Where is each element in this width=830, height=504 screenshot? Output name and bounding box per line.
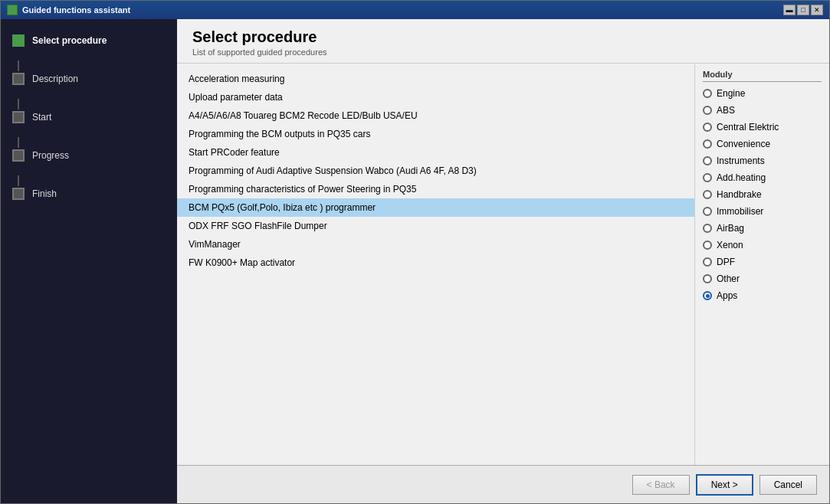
- radio-dpf: [703, 257, 712, 267]
- procedure-item[interactable]: A4/A5/A6/A8 Touareg BCM2 Recode LED/Bulb…: [177, 106, 694, 125]
- title-bar-left: Guided functions assistant: [7, 5, 130, 15]
- minimize-button[interactable]: ▬: [783, 5, 796, 15]
- step-indicator-finish: [12, 188, 25, 200]
- module-label-xenon: Xenon: [717, 240, 743, 250]
- radio-apps: [703, 291, 712, 300]
- module-label-convenience: Convenience: [717, 139, 770, 149]
- step-label-select-procedure: Select procedure: [32, 35, 107, 46]
- module-item-airbag[interactable]: AirBag: [703, 223, 822, 234]
- module-item-instruments[interactable]: Instruments: [703, 155, 822, 166]
- step-indicator-progress: [12, 149, 25, 162]
- sidebar: Select procedure Description Start Progr…: [1, 19, 177, 503]
- panel-body: Acceleration measuringUpload parameter d…: [177, 64, 829, 465]
- radio-other: [703, 274, 712, 283]
- radio-airbag: [703, 224, 712, 233]
- module-item-immobiliser[interactable]: Immobiliser: [703, 206, 822, 217]
- module-label-immobiliser: Immobiliser: [717, 206, 763, 217]
- procedure-item[interactable]: Programming of Audi Adaptive Suspension …: [177, 162, 694, 180]
- module-label-dpf: DPF: [717, 257, 735, 267]
- step-label-start: Start: [32, 112, 51, 123]
- module-label-handbrake: Handbrake: [717, 189, 762, 200]
- module-label-instruments: Instruments: [717, 155, 765, 166]
- radio-xenon: [703, 241, 712, 250]
- panel-header: Select procedure List of supported guide…: [177, 19, 829, 64]
- step-indicator-start: [12, 111, 25, 123]
- module-item-abs[interactable]: ABS: [703, 105, 822, 116]
- radio-abs: [703, 106, 712, 115]
- sidebar-item-finish[interactable]: Finish: [12, 188, 166, 200]
- procedure-list: Acceleration measuringUpload parameter d…: [177, 64, 695, 465]
- module-label-apps: Apps: [717, 290, 737, 301]
- radio-central-elektric: [703, 123, 712, 132]
- radio-add-heating: [703, 173, 712, 182]
- radio-immobiliser: [703, 207, 712, 216]
- procedure-item[interactable]: ODX FRF SGO FlashFile Dumper: [177, 217, 694, 235]
- radio-handbrake: [703, 190, 712, 199]
- module-label-abs: ABS: [717, 105, 735, 116]
- procedure-item[interactable]: Acceleration measuring: [177, 70, 694, 88]
- module-label-engine: Engine: [717, 88, 745, 99]
- procedure-item[interactable]: Programming characteristics of Power Ste…: [177, 180, 694, 198]
- modules-list: EngineABSCentral ElektricConvenienceInst…: [703, 88, 822, 301]
- modules-title: Moduly: [703, 70, 822, 82]
- main-window: Guided functions assistant ▬ □ ✕ Select …: [0, 0, 830, 504]
- module-item-engine[interactable]: Engine: [703, 88, 822, 99]
- window-title: Guided functions assistant: [22, 5, 130, 15]
- title-buttons: ▬ □ ✕: [783, 5, 823, 15]
- panel-title: Select procedure: [192, 28, 814, 46]
- maximize-button[interactable]: □: [797, 5, 809, 15]
- module-item-other[interactable]: Other: [703, 273, 822, 284]
- right-panel: Select procedure List of supported guide…: [177, 19, 829, 503]
- module-item-apps[interactable]: Apps: [703, 290, 822, 301]
- procedure-item[interactable]: Programming the BCM outputs in PQ35 cars: [177, 125, 694, 143]
- next-button[interactable]: Next >: [696, 474, 753, 496]
- step-indicator-select-procedure: [12, 34, 25, 47]
- step-indicator-description: [12, 73, 25, 85]
- step-connector-1: [18, 61, 19, 71]
- module-item-xenon[interactable]: Xenon: [703, 240, 822, 250]
- sidebar-item-select-procedure[interactable]: Select procedure: [12, 34, 166, 47]
- step-label-finish: Finish: [32, 188, 57, 199]
- sidebar-item-start[interactable]: Start: [12, 111, 166, 123]
- module-item-handbrake[interactable]: Handbrake: [703, 189, 822, 200]
- title-bar: Guided functions assistant ▬ □ ✕: [1, 1, 829, 19]
- main-content: Select procedure Description Start Progr…: [1, 19, 829, 503]
- step-connector-3: [18, 137, 19, 148]
- module-item-convenience[interactable]: Convenience: [703, 139, 822, 149]
- radio-engine: [703, 89, 712, 98]
- module-label-other: Other: [717, 273, 740, 284]
- step-connector-4: [18, 175, 19, 186]
- step-label-description: Description: [32, 74, 78, 84]
- sidebar-item-description[interactable]: Description: [12, 73, 166, 85]
- module-label-add-heating: Add.heating: [717, 172, 766, 183]
- module-label-airbag: AirBag: [717, 223, 744, 234]
- module-item-central-elektric[interactable]: Central Elektric: [703, 122, 822, 133]
- procedure-item[interactable]: Start PRCoder feature: [177, 143, 694, 162]
- step-connector-2: [18, 99, 19, 110]
- close-button[interactable]: ✕: [811, 5, 823, 15]
- module-label-central-elektric: Central Elektric: [717, 122, 779, 133]
- radio-convenience: [703, 139, 712, 149]
- module-item-dpf[interactable]: DPF: [703, 257, 822, 267]
- panel-subtitle: List of supported guided procedures: [192, 47, 814, 57]
- back-button[interactable]: < Back: [632, 475, 690, 495]
- step-label-progress: Progress: [32, 150, 69, 161]
- procedure-item[interactable]: BCM PQx5 (Golf,Polo, Ibiza etc ) program…: [177, 198, 694, 217]
- radio-instruments: [703, 156, 712, 165]
- procedure-item[interactable]: VimManager: [177, 235, 694, 254]
- app-icon: [7, 5, 18, 15]
- sidebar-item-progress[interactable]: Progress: [12, 149, 166, 162]
- procedure-item[interactable]: Upload parameter data: [177, 88, 694, 106]
- cancel-button[interactable]: Cancel: [759, 475, 817, 495]
- bottom-bar: < Back Next > Cancel: [177, 465, 829, 503]
- procedure-item[interactable]: FW K0900+ Map activator: [177, 254, 694, 272]
- modules-panel: Moduly EngineABSCentral ElektricConvenie…: [695, 64, 829, 465]
- module-item-add-heating[interactable]: Add.heating: [703, 172, 822, 183]
